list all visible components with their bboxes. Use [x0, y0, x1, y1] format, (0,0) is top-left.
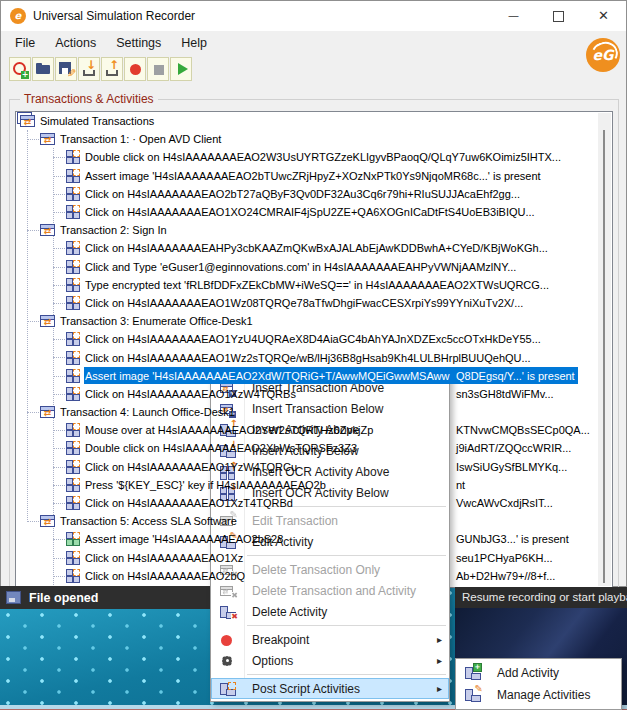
menu-item-options[interactable]: Options▸ [211, 650, 449, 671]
menu-item-label: Post Script Activities [252, 682, 360, 696]
tree-row-label-tail: nt [456, 476, 465, 494]
tree-row[interactable]: Click on H4sIAAAAAAAEAO2bT27aQByF3Qv0DF3… [16, 185, 598, 203]
menu-item-manage-activities[interactable]: ✎Manage Activities [456, 684, 621, 706]
tree-row[interactable]: ⇄Transaction 5: Access SLA Software [16, 512, 598, 530]
transactions-tree[interactable]: ⇄Simulated Transactions⇄Transaction 1: ·… [15, 111, 613, 588]
activity-icon [66, 532, 80, 546]
submenu-arrow-icon: ▸ [437, 683, 442, 694]
menubar-item-help[interactable]: Help [171, 31, 217, 56]
group-box-title: Transactions & Activities [20, 92, 158, 106]
submenu-arrow-icon: ▸ [437, 634, 442, 645]
menubar-item-file[interactable]: File [5, 31, 45, 56]
activity-icon [66, 460, 80, 474]
tree-row[interactable]: ⇄Simulated Transactions [16, 112, 598, 130]
tree-row-label: Click on H4sIAAAAAAAEAO1Wz08TQRQe78aTfwD… [85, 297, 523, 309]
menu-item-label: Breakpoint [252, 633, 309, 647]
export-icon [102, 58, 122, 80]
tree-row[interactable]: Press '${KEY_ESC}' key if H4sIAAAAAAAEAO… [16, 476, 598, 494]
tree-row[interactable]: Click on H4sIAAAAAAAEAO1XzT4TQRBdVwcAWvC… [16, 494, 598, 512]
tree-row[interactable]: Click on H4sIAAAAAAAEAO1Xzseu1PCHyaP6KH.… [16, 549, 598, 567]
save-file-button[interactable] [55, 57, 77, 81]
tree-row[interactable]: Click on H4sIAAAAAAAEAO2bQAb+D2Hw79+//8+… [16, 567, 598, 585]
post-script-activities-icon [219, 681, 236, 697]
tree-row[interactable]: Click on H4sIAAAAAAAEAO1Wz2sTQRQe/wB/lHj… [16, 348, 598, 366]
activity-icon [66, 387, 80, 401]
tree-row[interactable]: Click on H4sIAAAAAAAEAO1XzW4TQRBssn3sGH8… [16, 385, 598, 403]
menubar-item-actions[interactable]: Actions [45, 31, 106, 56]
record-button[interactable] [124, 57, 146, 81]
tree-row-label: Double click on H4sIAAAAAAAEAO2W3UsUYRTG… [85, 151, 561, 163]
tree-row[interactable]: Mouse over at H4sIAAAAAAAEAO2YW2sTQRTHz6… [16, 421, 598, 439]
tree-row-label: Press '${KEY_ESC}' key if H4sIAAAAAAAEAO… [85, 479, 326, 491]
tree-row[interactable]: Assert image 'H4sIAAAAAAAEAO2bTUwcZRjHpy… [16, 167, 598, 185]
menu-item-label: Options [252, 654, 293, 668]
menu-item-delete-activity[interactable]: ✖Delete Activity [211, 601, 449, 622]
transaction-arrows-icon: ⇄ [41, 135, 54, 145]
tree-row[interactable]: Click on H4sIAAAAAAAEAHPy3cbKAAZmQKwBxAJ… [16, 239, 598, 257]
tree-row[interactable]: Double click on H4sIAAAAAAAEAO2W3UsUYRTG… [16, 148, 598, 166]
menu-item-label: Manage Activities [497, 688, 590, 702]
tree-row-label-tail: KTNvwCMQBsSECp0QA... [456, 421, 590, 439]
file-opened-label: File opened [29, 591, 98, 605]
play-button[interactable] [170, 57, 192, 81]
tree-scrollbar-thumb[interactable] [603, 130, 605, 583]
tree-row[interactable]: Double click on H4sIAAAAAAAEAO2XbWsTQRSF… [16, 439, 598, 457]
tree-row-label: Simulated Transactions [40, 115, 154, 127]
tree-row[interactable]: Click and Type 'eGuser1@eginnovations.co… [16, 258, 598, 276]
open-file-button[interactable] [32, 57, 54, 81]
import-button[interactable] [78, 57, 100, 81]
new-recording-button[interactable] [9, 57, 31, 81]
close-button[interactable]: ✕ [581, 1, 626, 31]
tree-scrollbar-track[interactable] [598, 113, 611, 586]
menu-bar: FileActionsSettingsHelp [1, 31, 626, 56]
tree-row[interactable]: ⇄Transaction 3: Enumerate Office-Desk1 [16, 312, 598, 330]
activity-icon [66, 169, 80, 183]
minimize-button[interactable]: — [491, 1, 536, 31]
menu-item-add-activity[interactable]: +Add Activity [456, 662, 621, 684]
tree-row[interactable]: Assert image 'H4sIAAAAAAAEAO2XdW/TQRiG+T… [16, 367, 598, 385]
maximize-button[interactable] [536, 1, 581, 31]
toolbar [9, 57, 193, 82]
tree-row-label: Transaction 3: Enumerate Office-Desk1 [60, 315, 253, 327]
new-recording-icon [10, 58, 30, 80]
tree-row-label: Click on H4sIAAAAAAAEAO1YzU4UQRAeX8D4Aia… [85, 333, 541, 345]
tree-row-label-tail: GUNbJG3...' is present [456, 530, 569, 548]
tree-row-label: Assert image 'H4sIAAAAAAAEAO2bTUwcZRjHpy… [85, 170, 541, 182]
tree-row[interactable]: Click on H4sIAAAAAAAEAO1YzU4UQRAeX8D4Aia… [16, 330, 598, 348]
activity-icon [66, 569, 80, 583]
transaction-arrows-icon: ⇄ [41, 317, 54, 327]
transaction-icon: ⇄ [40, 406, 55, 418]
delete-activity-icon: ✖ [219, 604, 236, 620]
transaction-icon: ⇄ [40, 515, 55, 527]
tree-row[interactable]: ⇄Transaction 2: Sign In [16, 221, 598, 239]
stop-button[interactable] [147, 57, 169, 81]
export-button[interactable] [101, 57, 123, 81]
tree-row-label-tail: Q8DEgsq/Y...' is present [456, 367, 575, 385]
menu-separator [247, 674, 446, 675]
menu-item-post-script-activities[interactable]: Post Script Activities▸ [211, 678, 449, 699]
tree-row[interactable]: Click on H4sIAAAAAAAEAO1YzW4TQRCuIswSiUG… [16, 458, 598, 476]
tree-row[interactable]: ⇄Transaction 1: · Open AVD Client [16, 130, 598, 148]
menubar-item-settings[interactable]: Settings [106, 31, 171, 56]
activity-icon [66, 551, 80, 565]
tree-row[interactable]: Assert image 'H4sIAAAAAAAEAO2bS28GUNbJG3… [16, 530, 598, 548]
activity-icon [66, 187, 80, 201]
import-icon [79, 58, 99, 80]
screen: e Universal Simulation Recorder — ✕ File… [0, 0, 627, 710]
tree-row-label: Click on H4sIAAAAAAAEAO1Xz [85, 552, 243, 564]
tree-row-label: Click on H4sIAAAAAAAEAO2bQ [85, 570, 245, 582]
save-file-icon [56, 58, 76, 80]
activity-icon [66, 278, 80, 292]
title-bar: e Universal Simulation Recorder — ✕ [1, 1, 626, 31]
tree-row[interactable]: Type encrypted text 'fRLBfDDFxZEkCbMW+iW… [16, 276, 598, 294]
file-opened-window-bar[interactable]: File opened [0, 586, 210, 609]
tree-row[interactable]: Click on H4sIAAAAAAAEAO1XO24CMRAIF4jSpU2… [16, 203, 598, 221]
menu-item-breakpoint[interactable]: Breakpoint▸ [211, 629, 449, 650]
options-gear-icon [219, 653, 236, 669]
tree-row-label: Mouse over at H4sIAAAAAAAEAO2YW2sTQRTHz6… [85, 424, 373, 436]
tree-row[interactable]: Click on H4sIAAAAAAAEAO1Wz08TQRQe78aTfwD… [16, 294, 598, 312]
activity-icon [66, 496, 80, 510]
tree-row[interactable]: ⇄Transaction 4: Launch Office-Desk1 [16, 403, 598, 421]
transactions-root-icon: ⇄ [20, 115, 35, 127]
submenu-arrow-icon: ▸ [437, 655, 442, 666]
